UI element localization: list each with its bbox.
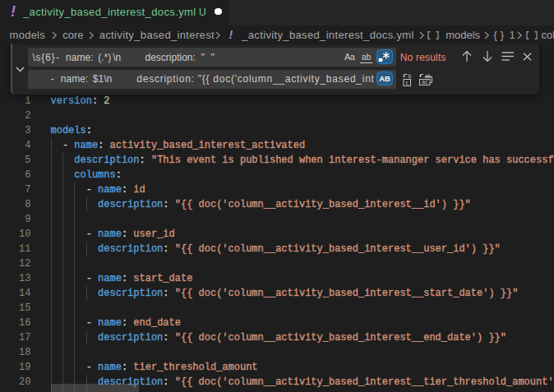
svg-text:c: c — [405, 79, 409, 85]
svg-text:ac: ac — [422, 79, 428, 85]
svg-text:b: b — [408, 73, 411, 79]
svg-text:ab: ab — [424, 73, 431, 79]
